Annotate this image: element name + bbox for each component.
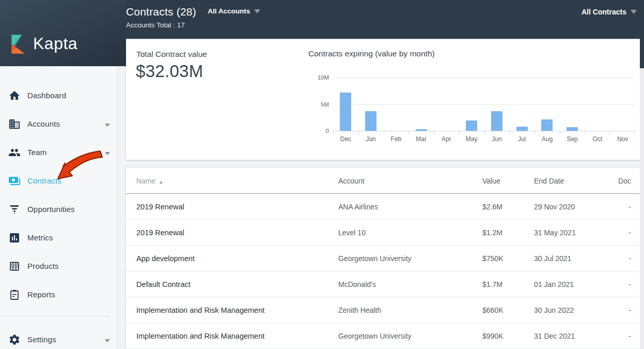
- chart-x-tick-label: Apr: [434, 135, 459, 143]
- sidebar-item-label: Products: [27, 262, 59, 270]
- sidebar-item-label: Accounts: [27, 119, 60, 128]
- column-header-name[interactable]: Name▲: [136, 177, 338, 185]
- home-icon: [8, 89, 21, 102]
- table-row[interactable]: App developmentGeorgetown University$750…: [126, 246, 640, 271]
- contract-end-date: 29 Nov 2020: [534, 203, 602, 211]
- chart-axis-tick: [384, 131, 384, 134]
- chart-y-tick-label: 10M: [311, 74, 329, 81]
- contract-doc: -: [602, 332, 631, 340]
- chart-x-tick-label: Sep: [560, 135, 585, 143]
- clipboard-icon: [8, 289, 21, 301]
- contract-doc: -: [602, 306, 631, 314]
- chart-bar-jun[interactable]: [491, 111, 502, 131]
- accounts-filter-label: All Accounts: [208, 7, 250, 15]
- chart-bar-sep[interactable]: [567, 127, 578, 131]
- contract-doc: -: [602, 280, 631, 289]
- contracts-filter-dropdown[interactable]: All Contracts: [582, 8, 637, 16]
- contracts-table-card: Name▲AccountValueEnd DateDoc2019 Renewal…: [126, 168, 640, 349]
- chart-bar-jul[interactable]: [516, 127, 528, 131]
- table-icon: [8, 260, 21, 272]
- sidebar-item-label: Reports: [27, 290, 55, 299]
- sidebar-item-label: Dashboard: [27, 91, 66, 100]
- chart-bar-aug[interactable]: [541, 119, 553, 131]
- column-header-value[interactable]: Value: [482, 177, 534, 185]
- sidebar-item-contracts[interactable]: Contracts: [0, 166, 117, 195]
- contract-end-date: 30 Jun 2022: [534, 306, 602, 314]
- table-row[interactable]: 2019 RenewalANA Airlines$2.6M29 Nov 2020…: [126, 194, 640, 220]
- sidebar-divider: [0, 316, 109, 316]
- sidebar-item-accounts[interactable]: Accounts: [0, 110, 117, 138]
- chart-axis-tick: [535, 131, 535, 134]
- chart-axis-tick: [333, 131, 334, 134]
- brand-name: Kapta: [33, 34, 77, 53]
- chart-axis-tick: [560, 131, 560, 134]
- chart-axis-tick: [409, 131, 409, 134]
- building-icon: [8, 118, 21, 130]
- sidebar-item-dashboard[interactable]: Dashboard: [0, 81, 117, 110]
- sidebar-logo-block: Kapta: [0, 0, 126, 66]
- sidebar-navigation: DashboardAccountsTeamContractsOpportunit…: [0, 66, 118, 349]
- header-title-group: Contracts (28) All Accounts Accounts Tot…: [126, 6, 260, 29]
- chart-x-tick-label: Feb: [384, 135, 409, 143]
- chart-bar-jan[interactable]: [365, 111, 376, 131]
- chart-axis-tick: [610, 131, 610, 134]
- chart-x-tick-label: Jun: [484, 135, 509, 143]
- bar-chart-icon: [8, 232, 21, 244]
- sidebar-item-label: Opportunities: [27, 205, 75, 214]
- contract-name: 2019 Renewal: [136, 229, 338, 237]
- chevron-down-icon: [254, 9, 260, 13]
- chart-x-tick-label: Dec: [333, 135, 358, 143]
- table-row[interactable]: Implementation and Risk ManagementZenith…: [126, 297, 640, 323]
- contract-name: 2019 Renewal: [136, 203, 338, 211]
- scrollbar-thumb[interactable]: [640, 39, 644, 68]
- chevron-down-icon: [105, 119, 110, 129]
- sidebar-item-reports[interactable]: Reports: [0, 280, 117, 309]
- chart-gridline: [333, 78, 635, 78]
- chart-y-tick-label: 5M: [311, 101, 329, 108]
- column-header-doc[interactable]: Doc: [602, 177, 631, 185]
- sidebar-item-metrics[interactable]: Metrics: [0, 223, 117, 252]
- people-icon: [8, 146, 21, 159]
- chart-bar-dec[interactable]: [340, 93, 351, 131]
- table-row[interactable]: Default ContractMcDonald's$1.7M01 Jan 20…: [126, 271, 640, 297]
- chart-bar-may[interactable]: [466, 120, 477, 131]
- contract-account: McDonald's: [338, 280, 482, 289]
- money-icon: [8, 175, 21, 187]
- accounts-filter-dropdown[interactable]: All Accounts: [208, 7, 260, 15]
- contract-doc: -: [602, 254, 631, 263]
- chart-axis-tick: [635, 131, 636, 134]
- contract-value: $1.7M: [482, 280, 534, 289]
- contract-value: $1.2M: [482, 229, 534, 237]
- contract-end-date: 31 Dec 2021: [534, 332, 602, 340]
- chevron-down-icon: [105, 335, 110, 344]
- sidebar-item-opportunities[interactable]: Opportunities: [0, 195, 117, 223]
- summary-chart-card: Total Contract value $32.03M Contracts e…: [126, 40, 640, 160]
- sidebar-item-label: Contracts: [27, 176, 61, 185]
- sidebar-item-label: Metrics: [27, 233, 53, 242]
- sidebar-item-settings[interactable]: Settings: [0, 325, 117, 349]
- chart-axis-tick: [509, 131, 510, 134]
- sidebar-item-products[interactable]: Products: [0, 252, 117, 280]
- chart-axis-tick: [484, 131, 485, 134]
- chart-y-tick-label: 0: [311, 128, 329, 134]
- chart-axis-tick: [434, 131, 434, 134]
- contract-name: Implementation and Risk Management: [136, 332, 338, 340]
- chevron-down-icon: [105, 148, 110, 157]
- contract-end-date: 01 Jan 2021: [534, 280, 602, 289]
- sidebar-item-team[interactable]: Team: [0, 138, 117, 166]
- chart-x-tick-label: Aug: [535, 135, 559, 143]
- contract-value: $2.6M: [482, 203, 534, 211]
- sidebar-item-label: Team: [27, 148, 46, 157]
- chevron-down-icon: [631, 10, 637, 14]
- scrollbar[interactable]: [640, 39, 644, 349]
- table-row[interactable]: Implementation and Risk ManagementGeorge…: [126, 323, 640, 349]
- column-header-account[interactable]: Account: [338, 177, 482, 185]
- chart-title: Contracts expiring (value by month): [308, 49, 435, 58]
- contract-end-date: 31 May 2021: [534, 229, 602, 237]
- sidebar-item-label: Settings: [27, 335, 56, 344]
- column-header-end-date[interactable]: End Date: [534, 177, 602, 185]
- table-row[interactable]: 2019 RenewalLevel 10$1.2M31 May 2021-: [126, 220, 640, 246]
- chart-bar-mar[interactable]: [416, 129, 427, 131]
- contract-name: Default Contract: [136, 280, 338, 289]
- contract-end-date: 30 Jul 2021: [534, 254, 602, 263]
